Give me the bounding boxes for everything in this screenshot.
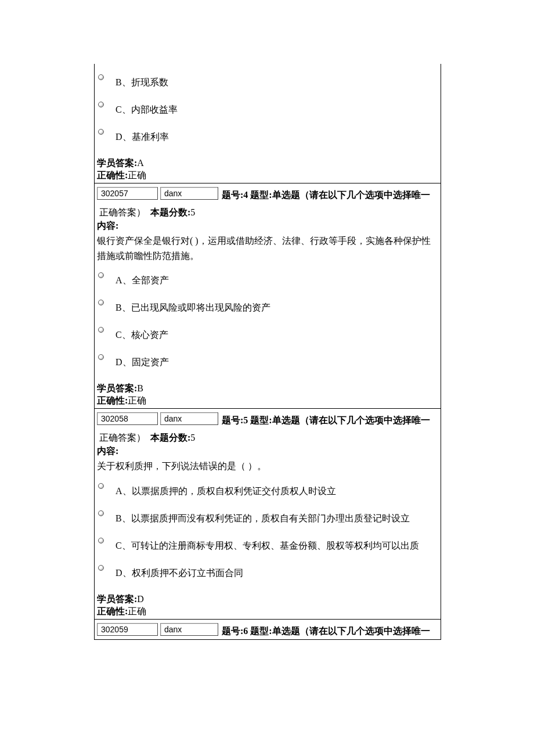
page: B、折现系数 C、内部收益率 D、基准利率 学员答案:A 正确性:正确 <box>0 0 534 756</box>
option-text: B、已出现风险或即将出现风险的资产 <box>116 298 270 314</box>
option-text: C、内部收益率 <box>116 100 178 116</box>
option-row: B、以票据质押而没有权利凭证的，质权自有关部门办理出质登记时设立 <box>97 501 438 528</box>
option-text: D、基准利率 <box>116 128 169 143</box>
radio-icon[interactable] <box>98 510 104 516</box>
option-text: A、以票据质押的，质权自权利凭证交付质权人时设立 <box>116 482 336 498</box>
radio-icon[interactable] <box>98 354 104 360</box>
correct-value: 正确 <box>128 606 146 616</box>
option-text: B、折现系数 <box>116 73 168 89</box>
correct-value: 正确 <box>128 395 146 405</box>
question-id-input[interactable]: 302057 <box>97 187 158 200</box>
question-4: 302057 danx 题号:4 题型:单选题（请在以下几个选项中选择唯一 正确… <box>95 183 441 408</box>
question-content: 关于权利质押，下列说法错误的是（ ）。 <box>97 458 438 474</box>
question-header: 302059 danx 题号:6 题型:单选题（请在以下几个选项中选择唯一 <box>95 620 441 639</box>
radio-icon[interactable] <box>98 327 104 333</box>
correct-label: 正确性: <box>97 606 128 616</box>
option-text: D、权利质押不必订立书面合同 <box>116 564 243 579</box>
radio-icon[interactable] <box>98 538 104 543</box>
question-type-input[interactable]: danx <box>160 187 218 200</box>
radio-icon[interactable] <box>98 74 104 80</box>
radio-icon[interactable] <box>98 272 104 278</box>
student-answer-value: B <box>137 383 143 393</box>
student-answer-value: A <box>137 158 144 168</box>
student-answer-label: 学员答案: <box>97 383 137 393</box>
option-row: A、以票据质押的，质权自权利凭证交付质权人时设立 <box>97 474 438 501</box>
question-id-input[interactable]: 302059 <box>97 623 158 636</box>
question-header: 302057 danx 题号:4 题型:单选题（请在以下几个选项中选择唯一 <box>95 183 441 203</box>
correctness: 正确性:正确 <box>97 395 438 407</box>
question-type-input[interactable]: danx <box>160 623 218 636</box>
option-row: C、内部收益率 <box>97 92 438 120</box>
option-row: B、折现系数 <box>97 65 438 92</box>
content-label: 内容: <box>97 219 438 232</box>
option-row: D、权利质押不必订立书面合同 <box>97 556 438 583</box>
question-meta-cont: 正确答案） 本题分数:5 <box>97 204 438 219</box>
question-meta: 题号:5 题型:单选题（请在以下几个选项中选择唯一 <box>219 410 430 427</box>
option-text: C、可转让的注册商标专用权、专利权、基金份额、股权等权利均可以出质 <box>116 537 419 552</box>
student-answer: 学员答案:B <box>97 372 438 395</box>
question-3-tail: B、折现系数 C、内部收益率 D、基准利率 学员答案:A 正确性:正确 <box>95 64 441 183</box>
radio-icon[interactable] <box>98 483 104 489</box>
option-row: D、基准利率 <box>97 120 438 147</box>
student-answer-label: 学员答案: <box>97 594 137 604</box>
correct-label: 正确性: <box>97 170 128 180</box>
option-text: B、以票据质押而没有权利凭证的，质权自有关部门办理出质登记时设立 <box>116 509 410 525</box>
student-answer-value: D <box>137 594 144 604</box>
student-answer-label: 学员答案: <box>97 158 137 168</box>
radio-icon[interactable] <box>98 300 104 305</box>
question-5: 302058 danx 题号:5 题型:单选题（请在以下几个选项中选择唯一 正确… <box>95 408 441 619</box>
content-label: 内容: <box>97 444 438 458</box>
option-row: A、全部资产 <box>97 263 438 290</box>
student-answer: 学员答案:A <box>97 147 438 170</box>
correctness: 正确性:正确 <box>97 606 438 618</box>
question-meta: 题号:4 题型:单选题（请在以下几个选项中选择唯一 <box>219 185 430 201</box>
correct-label: 正确性: <box>97 395 128 405</box>
option-row: C、核心资产 <box>97 318 438 345</box>
question-meta-cont: 正确答案） 本题分数:5 <box>97 430 438 444</box>
radio-icon[interactable] <box>98 129 104 135</box>
question-content: 银行资产保全是银行对( )，运用或借助经济、法律、行政等手段，实施各种保护性措施… <box>97 232 438 263</box>
question-container: B、折现系数 C、内部收益率 D、基准利率 学员答案:A 正确性:正确 <box>94 64 441 640</box>
question-meta: 题号:6 题型:单选题（请在以下几个选项中选择唯一 <box>219 621 430 638</box>
option-text: D、固定资产 <box>116 353 169 369</box>
student-answer: 学员答案:D <box>97 583 438 606</box>
option-row: B、已出现风险或即将出现风险的资产 <box>97 290 438 318</box>
option-row: C、可转让的注册商标专用权、专利权、基金份额、股权等权利均可以出质 <box>97 528 438 556</box>
question-type-input[interactable]: danx <box>160 412 218 425</box>
correct-value: 正确 <box>128 170 146 180</box>
question-id-input[interactable]: 302058 <box>97 412 158 425</box>
option-text: C、核心资产 <box>116 326 168 341</box>
radio-icon[interactable] <box>98 102 104 107</box>
option-row: D、固定资产 <box>97 345 438 372</box>
radio-icon[interactable] <box>98 565 104 571</box>
question-6-head: 302059 danx 题号:6 题型:单选题（请在以下几个选项中选择唯一 <box>95 619 441 639</box>
correctness: 正确性:正确 <box>97 170 438 182</box>
option-text: A、全部资产 <box>116 271 169 287</box>
question-header: 302058 danx 题号:5 题型:单选题（请在以下几个选项中选择唯一 <box>95 409 441 429</box>
